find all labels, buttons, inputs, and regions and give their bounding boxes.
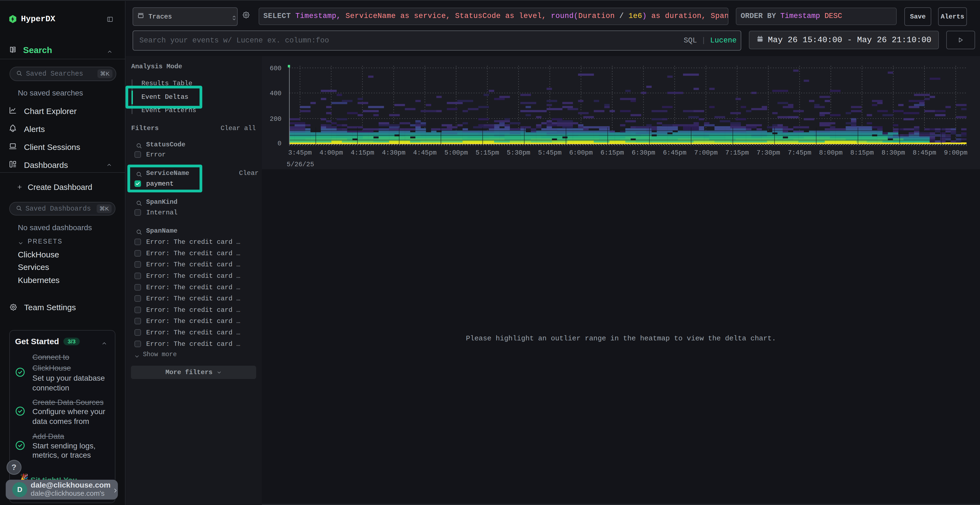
svg-text:5:30pm: 5:30pm [507,149,530,156]
svg-text:7:15pm: 7:15pm [725,149,749,156]
svg-text:600: 600 [270,65,282,72]
svg-text:400: 400 [270,90,282,97]
svg-text:6:00pm: 6:00pm [569,149,593,156]
svg-text:5:00pm: 5:00pm [444,149,468,156]
svg-text:6:45pm: 6:45pm [663,149,686,156]
svg-text:6:15pm: 6:15pm [601,149,624,156]
svg-text:5:45pm: 5:45pm [538,149,561,156]
svg-text:7:45pm: 7:45pm [788,149,811,156]
svg-text:4:00pm: 4:00pm [319,149,343,156]
svg-text:7:00pm: 7:00pm [694,149,718,156]
svg-text:8:00pm: 8:00pm [819,149,843,156]
svg-text:4:15pm: 4:15pm [351,149,374,156]
svg-text:8:15pm: 8:15pm [850,149,873,156]
svg-text:5/26/25: 5/26/25 [286,161,314,168]
svg-text:8:30pm: 8:30pm [881,149,905,156]
svg-text:9:00pm: 9:00pm [944,149,967,156]
svg-text:6:30pm: 6:30pm [632,149,655,156]
svg-text:3:45pm: 3:45pm [288,149,312,156]
svg-text:8:45pm: 8:45pm [913,149,936,156]
svg-text:200: 200 [270,115,282,123]
svg-text:4:45pm: 4:45pm [413,149,437,156]
svg-text:0: 0 [278,140,282,147]
svg-text:7:30pm: 7:30pm [757,149,780,156]
svg-text:5:15pm: 5:15pm [476,149,499,156]
svg-text:4:30pm: 4:30pm [382,149,405,156]
